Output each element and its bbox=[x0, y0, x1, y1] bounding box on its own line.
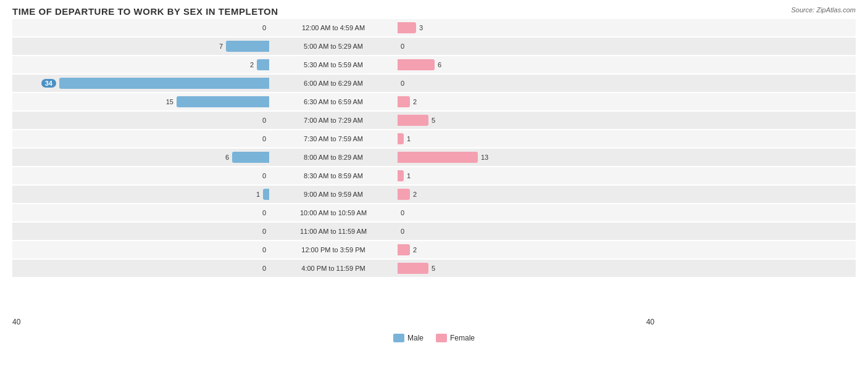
male-side: 0 bbox=[12, 133, 272, 144]
male-bar bbox=[177, 96, 269, 107]
female-value: 1 bbox=[407, 172, 417, 179]
male-bar bbox=[257, 59, 269, 70]
female-value: 0 bbox=[401, 80, 411, 87]
male-value: 6 bbox=[219, 154, 229, 161]
female-side: 0 bbox=[395, 226, 654, 237]
axis-row: 40 40 bbox=[12, 318, 856, 330]
chart-container: TIME OF DEPARTURE TO WORK BY SEX IN TEMP… bbox=[0, 0, 868, 367]
male-value: 0 bbox=[256, 209, 266, 216]
female-side: 2 bbox=[395, 244, 654, 255]
time-label: 11:00 AM to 11:59 AM bbox=[272, 228, 395, 235]
female-value: 6 bbox=[438, 61, 448, 68]
legend-male-label: Male bbox=[407, 334, 424, 342]
female-side: 13 bbox=[395, 152, 654, 163]
chart-row: 0 4:00 PM to 11:59 PM 5 bbox=[12, 260, 856, 277]
female-bar bbox=[398, 152, 478, 163]
legend-female: Female bbox=[436, 334, 475, 342]
female-side: 2 bbox=[395, 96, 654, 107]
legend: Male Female bbox=[12, 334, 856, 342]
female-value: 3 bbox=[419, 24, 429, 31]
male-value: 0 bbox=[256, 228, 266, 235]
legend-male-icon bbox=[393, 334, 404, 342]
male-side: 0 bbox=[12, 226, 272, 237]
chart-row: 15 6:30 AM to 6:59 AM 2 bbox=[12, 93, 856, 110]
chart-row: 1 9:00 AM to 9:59 AM 2 bbox=[12, 186, 856, 203]
female-side: 0 bbox=[395, 78, 654, 89]
chart-area: 0 12:00 AM to 4:59 AM 3 7 5:00 AM to 5:2… bbox=[12, 19, 856, 315]
axis-left: 40 bbox=[12, 318, 272, 330]
female-value: 0 bbox=[401, 43, 411, 50]
female-bar bbox=[398, 170, 404, 181]
time-label: 8:00 AM to 8:29 AM bbox=[272, 154, 395, 161]
time-label: 12:00 AM to 4:59 AM bbox=[272, 24, 395, 31]
chart-row: 6 8:00 AM to 8:29 AM 13 bbox=[12, 149, 856, 166]
chart-title: TIME OF DEPARTURE TO WORK BY SEX IN TEMP… bbox=[12, 6, 856, 17]
male-bar bbox=[232, 152, 269, 163]
female-bar bbox=[398, 244, 410, 255]
male-side: 0 bbox=[12, 115, 272, 126]
chart-row: 0 8:30 AM to 8:59 AM 1 bbox=[12, 167, 856, 184]
chart-row: 0 12:00 PM to 3:59 PM 2 bbox=[12, 241, 856, 258]
male-value: 7 bbox=[213, 43, 223, 50]
male-value: 0 bbox=[256, 135, 266, 142]
female-value: 5 bbox=[432, 117, 441, 124]
male-side: 0 bbox=[12, 263, 272, 274]
female-side: 0 bbox=[395, 207, 654, 218]
male-side: 1 bbox=[12, 189, 272, 200]
female-bar bbox=[398, 59, 435, 70]
female-bar bbox=[398, 22, 416, 33]
male-side: 6 bbox=[12, 152, 272, 163]
male-value-highlighted: 34 bbox=[41, 79, 56, 88]
female-side: 5 bbox=[395, 263, 654, 274]
chart-row: 34 6:00 AM to 6:29 AM 0 bbox=[12, 75, 856, 92]
time-label: 5:30 AM to 5:59 AM bbox=[272, 61, 395, 68]
female-bar bbox=[398, 96, 410, 107]
time-label: 9:00 AM to 9:59 AM bbox=[272, 191, 395, 198]
male-bar bbox=[226, 41, 269, 52]
time-label: 12:00 PM to 3:59 PM bbox=[272, 246, 395, 254]
male-side: 34 bbox=[12, 78, 272, 89]
female-side: 5 bbox=[395, 115, 654, 126]
female-value: 2 bbox=[413, 246, 423, 254]
female-value: 0 bbox=[401, 209, 411, 216]
time-label: 6:30 AM to 6:59 AM bbox=[272, 98, 395, 105]
source-label: Source: ZipAtlas.com bbox=[791, 6, 856, 14]
time-label: 7:30 AM to 7:59 AM bbox=[272, 135, 395, 142]
female-side: 0 bbox=[395, 41, 654, 52]
time-label: 10:00 AM to 10:59 AM bbox=[272, 209, 395, 216]
male-side: 0 bbox=[12, 244, 272, 255]
female-side: 6 bbox=[395, 59, 654, 70]
male-value: 0 bbox=[256, 117, 266, 124]
male-value: 1 bbox=[250, 191, 260, 198]
female-bar bbox=[398, 263, 428, 274]
male-side: 15 bbox=[12, 96, 272, 107]
time-label: 8:30 AM to 8:59 AM bbox=[272, 172, 395, 179]
male-side: 0 bbox=[12, 22, 272, 33]
female-value: 5 bbox=[432, 265, 441, 272]
time-label: 7:00 AM to 7:29 AM bbox=[272, 117, 395, 124]
legend-female-label: Female bbox=[450, 334, 475, 342]
male-bar bbox=[59, 78, 269, 89]
female-value: 1 bbox=[407, 135, 417, 142]
chart-row: 0 7:30 AM to 7:59 AM 1 bbox=[12, 130, 856, 147]
chart-row: 0 12:00 AM to 4:59 AM 3 bbox=[12, 19, 856, 36]
male-value: 0 bbox=[256, 24, 266, 31]
female-bar bbox=[398, 133, 404, 144]
female-bar bbox=[398, 115, 428, 126]
male-side: 7 bbox=[12, 41, 272, 52]
chart-row: 0 11:00 AM to 11:59 AM 0 bbox=[12, 223, 856, 240]
female-bar bbox=[398, 189, 410, 200]
female-side: 1 bbox=[395, 133, 654, 144]
chart-row: 0 7:00 AM to 7:29 AM 5 bbox=[12, 112, 856, 129]
time-label: 5:00 AM to 5:29 AM bbox=[272, 43, 395, 50]
time-label: 4:00 PM to 11:59 PM bbox=[272, 265, 395, 272]
female-value: 2 bbox=[413, 191, 423, 198]
chart-row: 0 10:00 AM to 10:59 AM 0 bbox=[12, 204, 856, 221]
male-side: 0 bbox=[12, 207, 272, 218]
male-value: 2 bbox=[244, 61, 254, 68]
male-value: 0 bbox=[256, 265, 266, 272]
female-side: 2 bbox=[395, 189, 654, 200]
male-value: 15 bbox=[164, 98, 173, 105]
female-side: 1 bbox=[395, 170, 654, 181]
female-value: 0 bbox=[401, 228, 411, 235]
